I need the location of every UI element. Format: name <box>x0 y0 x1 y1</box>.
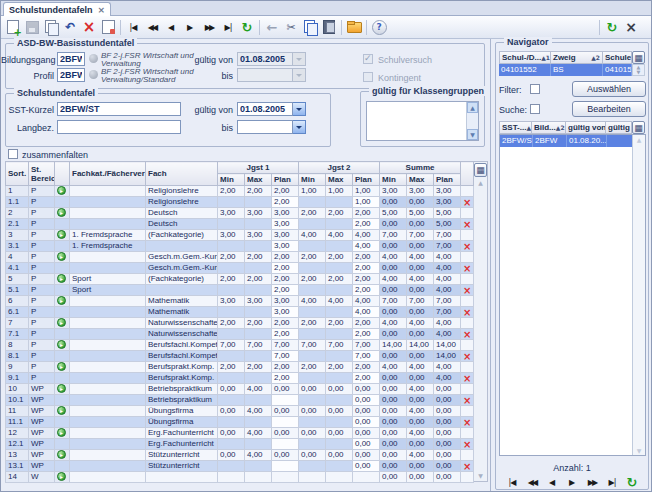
cell-j2max[interactable]: 2,00 <box>326 252 353 263</box>
cell-j2plan[interactable]: 2,00 <box>353 373 380 384</box>
cell-fachkat[interactable] <box>70 208 146 219</box>
col-group-1[interactable]: Jgst 2 <box>299 162 380 174</box>
klassengruppen-scrollbar[interactable]: ▲ ▼ <box>466 102 478 140</box>
green-arrow-icon[interactable] <box>57 186 66 195</box>
insert-row-icon[interactable] <box>55 252 70 263</box>
cell-summax[interactable]: 4,00 <box>407 450 434 461</box>
cell-summin[interactable]: 4,00 <box>380 274 407 285</box>
table-scrollbar[interactable]: ▦ ▲ ▼ <box>474 161 488 482</box>
cell-delete[interactable] <box>461 384 474 395</box>
cell-j1min[interactable]: 3,00 <box>218 230 245 241</box>
cell-bereich[interactable]: P <box>29 274 55 285</box>
cell-j2plan[interactable]: 0,00 <box>353 439 380 450</box>
cell-summin[interactable]: 0,00 <box>380 373 407 384</box>
cell-summin[interactable]: 7,00 <box>380 230 407 241</box>
cell-fach[interactable]: Stützunterricht <box>146 461 218 472</box>
back-icon[interactable] <box>263 18 281 36</box>
cell-bereich[interactable]: WP <box>29 417 55 428</box>
cell-fach[interactable]: Übungsfirma <box>146 406 218 417</box>
cell-sort[interactable]: 5.1 <box>6 285 29 296</box>
cell-sumplan[interactable]: 14,00 <box>434 351 461 362</box>
cell-j1plan[interactable]: 0,00 <box>272 450 299 461</box>
cell-j2plan[interactable]: 2,00 <box>353 329 380 340</box>
cell-summax[interactable]: 0,00 <box>407 395 434 406</box>
bearbeiten-button[interactable]: Bearbeiten <box>572 101 646 117</box>
table-row-1.1[interactable]: 1.1PReligionslehre2,001,000,000,003,00× <box>6 197 474 208</box>
cell-bereich[interactable]: P <box>29 329 55 340</box>
cell-j1min[interactable]: 2,00 <box>218 362 245 373</box>
cell-sumplan[interactable]: 7,00 <box>434 307 461 318</box>
cell-j2min[interactable]: 2,00 <box>299 274 326 285</box>
cell-summax[interactable]: 4,00 <box>407 274 434 285</box>
cell-fachkat[interactable]: Sport <box>70 285 146 296</box>
cell-summax[interactable]: 0,00 <box>407 472 434 483</box>
table-row-12.1[interactable]: 12.1WPErg.Fachunterricht0,000,000,000,00… <box>6 439 474 450</box>
cell-j2plan[interactable]: 2,00 <box>353 274 380 285</box>
cell-j1min[interactable] <box>218 351 245 362</box>
cell-fachkat[interactable] <box>70 395 146 406</box>
cell-j1min[interactable] <box>218 307 245 318</box>
cell-summin[interactable]: 14,00 <box>380 340 407 351</box>
cell-sumplan[interactable]: 5,00 <box>434 219 461 230</box>
col-subheader-plan[interactable]: Plan <box>272 174 299 186</box>
cell-j1plan[interactable]: 2,00 <box>272 373 299 384</box>
cell-j1max[interactable] <box>245 329 272 340</box>
cell-j1min[interactable] <box>218 417 245 428</box>
col-subheader-min[interactable]: Min <box>380 174 407 186</box>
cell-bereich[interactable]: W <box>29 472 55 483</box>
insert-row-icon[interactable] <box>55 428 70 439</box>
table-row-7[interactable]: 7PNaturwissenschaften2,002,002,002,002,0… <box>6 318 474 329</box>
cell-fachkat[interactable] <box>70 450 146 461</box>
scroll-down-icon[interactable]: ▼ <box>478 472 483 479</box>
cell-sort[interactable]: 11 <box>6 406 29 417</box>
list-cell[interactable]: 04101552 <box>499 64 551 76</box>
table-row-6.1[interactable]: 6.1PMathematik3,004,000,000,007,00× <box>6 307 474 318</box>
cell-fachkat[interactable] <box>70 263 146 274</box>
col-header-bereich[interactable]: St. Bereich <box>29 162 55 186</box>
cell-fach[interactable]: Berufsprakt.Komp. <box>146 373 218 384</box>
cell-summax[interactable]: 4,00 <box>407 406 434 417</box>
cell-fachkat[interactable] <box>70 296 146 307</box>
cell-bereich[interactable]: P <box>29 252 55 263</box>
cell-j1plan[interactable] <box>272 461 299 472</box>
cell-sumplan[interactable]: 4,00 <box>434 274 461 285</box>
cell-j2min[interactable]: 2,00 <box>299 318 326 329</box>
col-header-sort[interactable]: Sort. <box>6 162 29 186</box>
cell-fach[interactable]: Deutsch <box>146 219 218 230</box>
cell-fachkat[interactable] <box>70 186 146 197</box>
cell-j1min[interactable]: 3,00 <box>218 208 245 219</box>
delete-x-icon[interactable]: × <box>463 220 471 229</box>
col-group-2[interactable]: Summe <box>380 162 461 174</box>
col-subheader-plan[interactable]: Plan <box>353 174 380 186</box>
scroll-up-icon[interactable]: ▲ <box>467 102 478 113</box>
cell-sort[interactable]: 3.1 <box>6 241 29 252</box>
cell-j1plan[interactable] <box>272 395 299 406</box>
insert-row-icon[interactable] <box>55 340 70 351</box>
cell-sort[interactable]: 11.1 <box>6 417 29 428</box>
col-header-fachkat[interactable]: Fachkat./Fächerverb. <box>70 162 146 186</box>
delete-row-button[interactable]: × <box>461 263 474 274</box>
cell-j2max[interactable] <box>326 285 353 296</box>
cell-summax[interactable]: 0,00 <box>407 329 434 340</box>
cell-sort[interactable]: 6 <box>6 296 29 307</box>
cell-bereich[interactable]: P <box>29 318 55 329</box>
table-row-5.1[interactable]: 5.1PSport2,002,000,000,004,00× <box>6 285 474 296</box>
cell-summax[interactable]: 14,00 <box>407 340 434 351</box>
cell-j2plan[interactable]: 0,00 <box>353 395 380 406</box>
cell-j1plan[interactable]: 3,00 <box>272 296 299 307</box>
cell-fach[interactable]: Berufsfachl.Kompetenz <box>146 340 218 351</box>
nav-last-icon[interactable] <box>605 475 619 489</box>
cell-delete[interactable] <box>461 340 474 351</box>
cell-j1plan[interactable]: 3,00 <box>272 219 299 230</box>
cell-j2plan[interactable]: 2,00 <box>353 252 380 263</box>
cell-j1plan[interactable]: 0,00 <box>272 428 299 439</box>
cell-j1plan[interactable]: 0,00 <box>272 384 299 395</box>
green-arrow-icon[interactable] <box>57 340 66 349</box>
cell-j1min[interactable] <box>218 219 245 230</box>
cell-j1max[interactable]: 2,00 <box>245 362 272 373</box>
cell-fachkat[interactable] <box>70 461 146 472</box>
cell-bereich[interactable]: P <box>29 351 55 362</box>
cell-sort[interactable]: 14 <box>6 472 29 483</box>
kontingent-checkbox[interactable] <box>363 72 373 82</box>
cell-delete[interactable] <box>461 230 474 241</box>
